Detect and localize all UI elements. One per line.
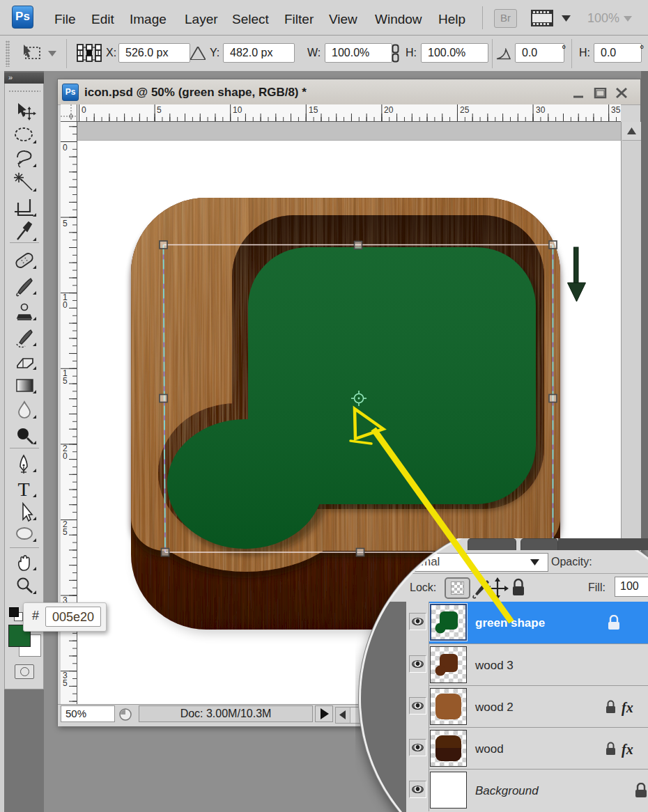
svg-text:fx: fx	[622, 700, 633, 716]
svg-text:T: T	[17, 478, 29, 500]
svg-text:fx: fx	[622, 742, 633, 758]
